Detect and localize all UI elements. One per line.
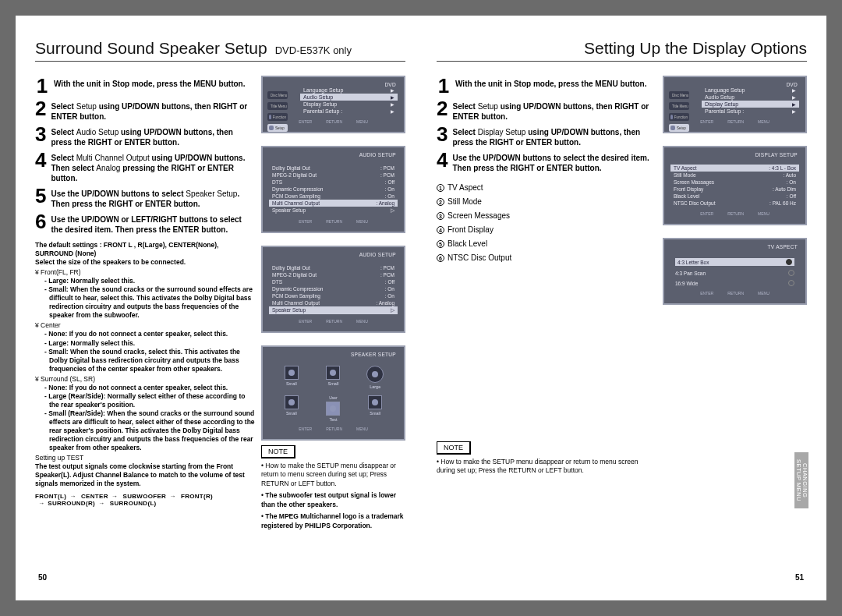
page-left: Surround Sound Speaker Setup DVD-E537K o… — [35, 39, 405, 585]
test-signal-flow: FRONT(L)→ CENTER→ SUBWOOFER→ FRONT(R) →S… — [35, 493, 255, 507]
right-title: Setting Up the Display Options — [584, 39, 807, 58]
left-subtitle: DVD-E537K only — [275, 44, 352, 56]
osd-dvd-menu-right: DVD Disc Menu Title Menu Function Setup … — [663, 76, 807, 133]
note-label-right: NOTE — [437, 441, 471, 455]
left-details: The default settings : FRONT L , R(Large… — [35, 241, 255, 488]
page-number-left: 50 — [38, 573, 47, 582]
page-number-right: 51 — [795, 573, 804, 582]
manual-spread: Surround Sound Speaker Setup DVD-E537K o… — [16, 16, 826, 600]
note-label-left: NOTE — [261, 445, 295, 458]
osd-speaker-setup: SPEAKER SETUP Small Small Large Small Us… — [261, 345, 405, 441]
osd-dvd-menu: DVD Disc Menu Title Menu Function Setup … — [261, 76, 405, 133]
right-steps: 1With the unit in Stop mode, press the M… — [437, 76, 655, 173]
left-steps: 1With the unit in Stop mode, press the M… — [35, 76, 255, 235]
page-left-header: Surround Sound Speaker Setup DVD-E537K o… — [35, 39, 405, 62]
osd-audio-setup-1: AUDIO SETUP Dolby Digital Out: PCM MPEG-… — [261, 146, 405, 233]
osd-tv-aspect: TV ASPECT 4:3 Letter Box 4:3 Pan Scan 16… — [663, 238, 807, 305]
note-list-right: How to make the SETUP menu disappear or … — [437, 458, 655, 476]
side-tab: CHANGING SETUP MENU — [794, 452, 808, 508]
osd-display-setup: DISPLAY SETUP TV Aspect: 4:3 L - Box Sti… — [663, 146, 807, 225]
page-right: Setting Up the Display Options 1With the… — [437, 39, 807, 585]
osd-audio-setup-2: AUDIO SETUP Dolby Digital Out: PCM MPEG-… — [261, 246, 405, 333]
note-list-left: How to make the SETUP menu disappear or … — [261, 462, 405, 530]
left-title: Surround Sound Speaker Setup — [35, 39, 267, 58]
display-options-list: 1TV Aspect 2Still Mode 3Screen Messages … — [437, 181, 655, 265]
